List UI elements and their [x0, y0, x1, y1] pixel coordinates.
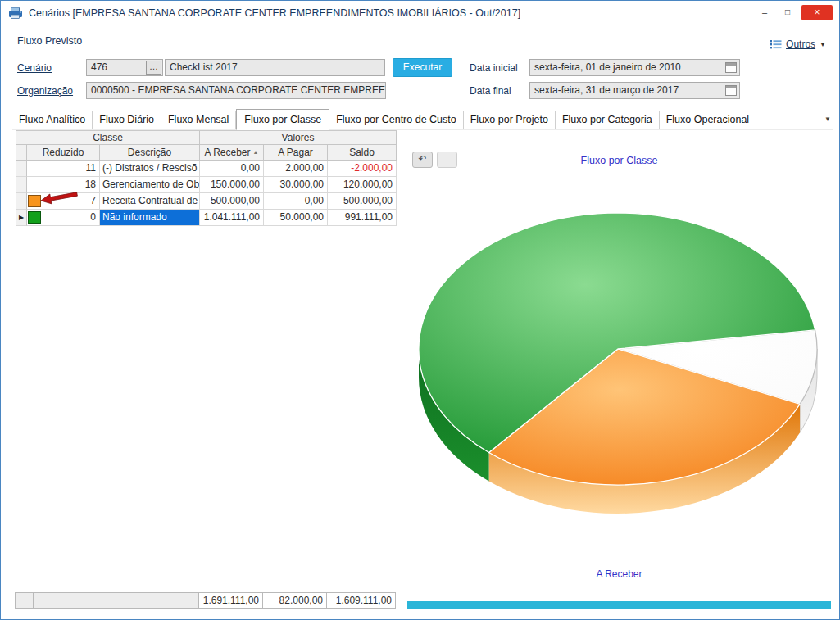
reduzido-value: 7	[90, 195, 96, 206]
a-pagar-cell[interactable]: 0,00	[264, 193, 328, 210]
table-row: 11 (-) Distratos / Rescisõ 0,00 2.000,00…	[16, 161, 397, 177]
column-header-reduzido[interactable]: Reduzido	[27, 145, 100, 161]
chevron-down-icon: ▼	[820, 41, 826, 48]
grid-footer: 1.691.111,00 82.000,00 1.609.111,00	[16, 592, 397, 609]
executar-button[interactable]: Executar	[393, 58, 452, 77]
column-header-a-pagar[interactable]: A Pagar	[264, 145, 328, 161]
window-body: Fluxo Previsto Outros ▼ Cenário 476 … Ch…	[1, 25, 839, 619]
cenario-code-field[interactable]: 476 …	[86, 59, 163, 76]
chart-scrollbar[interactable]	[407, 601, 831, 609]
cenario-label: Cenário	[17, 62, 52, 74]
calendar-icon[interactable]	[725, 62, 737, 73]
tab-fluxo-diario[interactable]: Fluxo Diário	[93, 111, 161, 129]
table-row: 18 Gerenciamento de Obr 150.000,00 30.00…	[16, 177, 397, 193]
data-final-field[interactable]: sexta-feira, 31 de março de 2017	[529, 82, 740, 99]
tab-overflow-dropdown[interactable]: ▼	[824, 115, 833, 129]
grid-empty-area	[16, 226, 397, 592]
reduzido-cell[interactable]: 7	[27, 193, 100, 210]
a-receber-cell[interactable]: 150.000,00	[200, 177, 264, 193]
reduzido-value: 11	[86, 162, 96, 174]
a-pagar-cell[interactable]: 2.000,00	[264, 161, 328, 177]
reduzido-cell[interactable]: 0	[27, 210, 100, 226]
saldo-cell[interactable]: 991.111,00	[328, 210, 397, 226]
tab-fluxo-por-categoria[interactable]: Fluxo por Categoria	[556, 111, 660, 129]
row-selector-cell[interactable]	[16, 193, 27, 210]
calendar-icon[interactable]	[725, 85, 737, 96]
total-a-pagar: 82.000,00	[262, 592, 327, 609]
a-pagar-cell[interactable]: 50.000,00	[264, 210, 328, 226]
descricao-cell[interactable]: Gerenciamento de Obr	[100, 177, 200, 193]
classe-grid: Classe Valores Reduzido Descrição A Rece…	[16, 130, 397, 226]
chart-title: Fluxo por Classe	[406, 155, 833, 166]
descricao-cell[interactable]: Não informado	[100, 210, 200, 226]
row-selector-cell[interactable]	[16, 161, 27, 177]
reduzido-value: 0	[90, 211, 96, 223]
organizacao-field[interactable]: 0000500 - EMPRESA SANTANA CORPORATE CENT…	[86, 82, 386, 99]
tab-fluxo-mensal[interactable]: Fluxo Mensal	[161, 111, 236, 129]
row-selector-cell[interactable]: ▶	[16, 210, 27, 226]
saldo-cell[interactable]: 500.000,00	[328, 193, 397, 210]
sort-asc-icon: ▲	[253, 149, 259, 155]
column-header-a-receber-label: A Receber	[205, 147, 251, 158]
total-saldo: 1.609.111,00	[326, 592, 396, 609]
table-row: ▶ 0 Não informado 1.041.111,00 50.000,00…	[16, 210, 397, 226]
tab-fluxo-operacional[interactable]: Fluxo Operacional	[660, 111, 756, 129]
tab-strip: Fluxo Analítico Fluxo Diário Fluxo Mensa…	[12, 107, 833, 130]
a-receber-cell[interactable]: 0,00	[200, 161, 264, 177]
tab-fluxo-por-centro-de-custo[interactable]: Fluxo por Centro de Custo	[329, 111, 464, 129]
footer-corner-cell	[15, 592, 34, 609]
outros-button[interactable]: Outros ▼	[770, 38, 826, 50]
organizacao-label: Organização	[17, 85, 73, 97]
outros-menu-icon	[770, 39, 782, 49]
titlebar: Cenários [EMPRESA SANTANA CORPORATE CENT…	[1, 1, 839, 25]
outros-label: Outros	[786, 38, 815, 50]
table-row: 7 Receita Contratual de 500.000,00 0,00 …	[16, 193, 397, 210]
saldo-cell[interactable]: 120.000,00	[328, 177, 397, 193]
data-inicial-value: sexta-feira, 01 de janeiro de 2010	[534, 61, 681, 73]
footer-label-cell	[33, 592, 199, 609]
data-inicial-field[interactable]: sexta-feira, 01 de janeiro de 2010	[529, 59, 740, 76]
chart-panel: ↶ Fluxo por Classe A Receber	[406, 130, 833, 611]
group-header-classe: Classe	[16, 131, 200, 145]
descricao-cell[interactable]: Receita Contratual de	[100, 193, 200, 210]
grid-panel: Classe Valores Reduzido Descrição A Rece…	[16, 130, 397, 611]
cenario-lookup-button[interactable]: …	[146, 61, 161, 75]
a-pagar-cell[interactable]: 30.000,00	[264, 177, 328, 193]
tab-fluxo-por-classe[interactable]: Fluxo por Classe	[236, 109, 329, 130]
data-final-value: sexta-feira, 31 de março de 2017	[534, 84, 679, 96]
tab-fluxo-por-projeto[interactable]: Fluxo por Projeto	[464, 111, 556, 129]
minimize-button[interactable]: –	[753, 5, 776, 20]
reduzido-cell[interactable]: 18	[27, 177, 100, 193]
column-header-a-receber[interactable]: A Receber▲	[200, 145, 264, 161]
saldo-cell[interactable]: -2.000,00	[328, 161, 397, 177]
column-header-saldo[interactable]: Saldo	[328, 145, 397, 161]
a-receber-cell[interactable]: 500.000,00	[200, 193, 264, 210]
group-header-valores: Valores	[200, 131, 397, 145]
tab-fluxo-analitico[interactable]: Fluxo Analítico	[12, 111, 93, 129]
cenario-name-field[interactable]: CheckList 2017	[165, 59, 385, 76]
main-area: Classe Valores Reduzido Descrição A Rece…	[16, 130, 833, 611]
descricao-cell[interactable]: (-) Distratos / Rescisõ	[100, 161, 200, 177]
class-color-swatch	[28, 195, 41, 207]
maximize-button[interactable]: □	[776, 5, 799, 20]
window-title: Cenários [EMPRESA SANTANA CORPORATE CENT…	[29, 7, 753, 19]
data-final-label: Data final	[470, 85, 511, 97]
app-icon	[8, 7, 23, 20]
column-header-descricao[interactable]: Descrição	[100, 145, 200, 161]
cenario-code-value: 476	[91, 61, 107, 73]
cenarios-window: Cenários [EMPRESA SANTANA CORPORATE CENT…	[0, 0, 840, 620]
window-controls: – □ ×	[753, 1, 839, 25]
chart-legend: A Receber	[406, 568, 833, 580]
selector-header-cell	[16, 145, 27, 161]
section-title: Fluxo Previsto	[17, 35, 82, 47]
reduzido-cell[interactable]: 11	[27, 161, 100, 177]
data-inicial-label: Data inicial	[470, 62, 518, 74]
close-button[interactable]: ×	[801, 5, 833, 20]
a-receber-cell[interactable]: 1.041.111,00	[200, 210, 264, 226]
total-a-receber: 1.691.111,00	[198, 592, 263, 609]
row-selector-cell[interactable]	[16, 177, 27, 193]
reduzido-value: 18	[85, 179, 96, 190]
class-color-swatch	[28, 211, 41, 224]
pie-chart[interactable]	[406, 173, 833, 558]
